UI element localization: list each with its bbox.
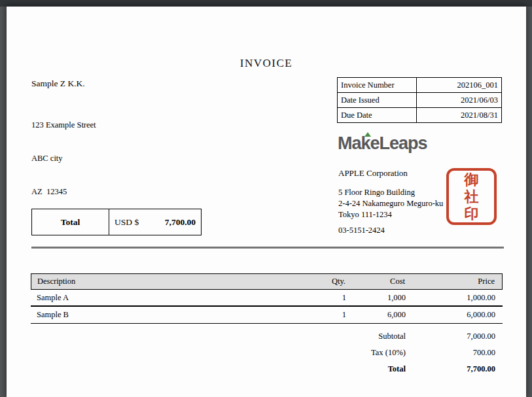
table-row: Sample B 1 6,000 6,000.00 [31, 307, 503, 324]
total-summary-box: Total USD $ 7,700.00 [31, 209, 202, 235]
totals-section: Subtotal 7,000.00 Tax (10%) 700.00 Total… [31, 328, 503, 377]
sender-address-line: ABC city [31, 153, 96, 164]
logo-caret-icon [364, 132, 371, 137]
item-cost: 6,000 [353, 310, 413, 320]
items-table: Description Qty. Cost Price Sample A 1 1… [31, 273, 503, 324]
meta-label: Due Date [338, 108, 417, 123]
tax-label: Tax (10%) [31, 348, 413, 358]
makeleaps-logo-text: MakeLeaps [338, 133, 427, 153]
header-price: Price [412, 277, 502, 286]
client-address-line: 5 Floor Ringo Building [338, 187, 443, 198]
page-title: INVOICE [7, 57, 526, 70]
item-price: 1,000.00 [413, 293, 503, 303]
subtotal-label: Subtotal [31, 332, 413, 341]
grand-total-row: Total 7,700.00 [31, 361, 503, 377]
client-name: APPLE Corporation [338, 168, 408, 179]
stamp-character: 印 [465, 205, 479, 222]
meta-value: 202106_001 [417, 78, 502, 93]
sender-address: 123 Example Street ABC city AZ 12345 [31, 97, 96, 220]
meta-label: Invoice Number [338, 78, 417, 93]
client-address: 5 Floor Ringo Building 2-4-24 Nakameguro… [338, 187, 443, 220]
invoice-page: INVOICE Sample Z K.K. 123 Example Street… [7, 7, 526, 397]
pdf-viewer: INVOICE Sample Z K.K. 123 Example Street… [0, 0, 532, 397]
table-row: Date Issued 2021/06/03 [338, 93, 502, 108]
header-qty: Qty. [311, 277, 353, 286]
item-description: Sample A [31, 293, 312, 303]
meta-label: Date Issued [338, 93, 417, 108]
subtotal-value: 7,000.00 [413, 332, 503, 341]
table-row: Sample A 1 1,000 1,000.00 [31, 290, 503, 307]
item-cost: 1,000 [353, 293, 413, 303]
item-price: 6,000.00 [413, 310, 503, 320]
meta-value: 2021/08/31 [417, 108, 502, 123]
stamp-character: 御 [465, 171, 479, 188]
items-table-header: Description Qty. Cost Price [31, 273, 503, 290]
table-row: Due Date 2021/08/31 [338, 108, 502, 123]
sender-name: Sample Z K.K. [31, 78, 85, 89]
client-address-line: 2-4-24 Nakameguro Meguro-ku [338, 198, 443, 209]
grand-total-value: 7,700.00 [413, 364, 503, 374]
grand-total-label: Total [31, 364, 413, 374]
subtotal-row: Subtotal 7,000.00 [31, 328, 503, 345]
tax-value: 700.00 [413, 348, 503, 358]
tax-row: Tax (10%) 700.00 [31, 345, 503, 361]
total-box-value: USD $ 7,700.00 [109, 209, 201, 235]
sender-address-line: 123 Example Street [31, 120, 96, 131]
meta-value: 2021/06/03 [417, 93, 502, 108]
item-description: Sample B [31, 310, 312, 320]
total-box-label: Total [32, 209, 109, 235]
client-phone: 03-5151-2424 [338, 226, 385, 235]
invoice-meta-table: Invoice Number 202106_001 Date Issued 20… [337, 77, 502, 123]
table-row: Invoice Number 202106_001 [338, 78, 502, 93]
header-cost: Cost [353, 277, 412, 286]
sender-address-line: AZ 12345 [31, 186, 96, 198]
viewer-top-chrome [0, 0, 532, 7]
total-amount: 7,700.00 [165, 217, 196, 228]
horizontal-divider [31, 247, 504, 249]
currency-label: USD $ [115, 217, 139, 228]
client-address-line: Tokyo 111-1234 [338, 209, 443, 220]
makeleaps-logo: MakeLeaps [338, 133, 427, 154]
item-qty: 1 [312, 293, 353, 303]
stamp-character: 社 [465, 188, 479, 205]
company-seal-stamp: 御 社 印 [446, 168, 497, 225]
header-description: Description [31, 277, 311, 286]
item-qty: 1 [312, 310, 353, 320]
